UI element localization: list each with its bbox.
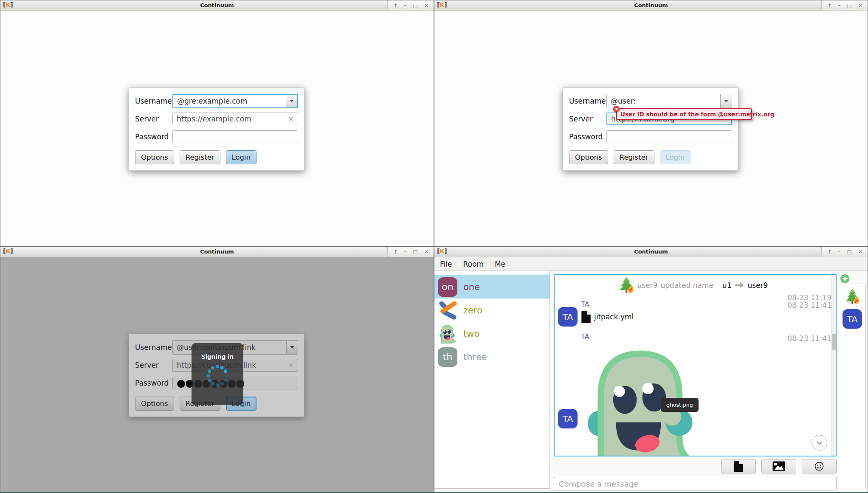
password-input[interactable] [606,130,732,143]
file-icon [581,310,591,323]
close-button[interactable]: ✕ [858,249,862,254]
clear-icon[interactable]: × [288,116,294,122]
minimize-button[interactable]: – [404,249,407,254]
error-icon [613,106,620,112]
chevron-down-icon [290,100,294,102]
username-combobox[interactable]: @user: [606,94,732,108]
minimize-button[interactable]: – [838,249,841,254]
chevron-down-icon [724,100,728,102]
server-input[interactable]: https://example.com × [172,113,298,125]
minimize-button[interactable]: – [404,3,407,8]
window-title: Continuum [0,2,434,8]
smiley-icon [814,461,824,471]
room-avatar: th [438,347,457,367]
image-filename-tooltip: ghost.png [661,398,699,412]
attach-file-button[interactable] [721,459,756,473]
room-list: on one zero two th three [434,271,550,489]
window-title: Continuum [434,2,868,8]
username-label: Username [135,97,172,105]
room-item-two[interactable]: two [434,322,550,345]
shade-button[interactable]: ↑ [828,249,832,254]
password-row: Password [569,130,732,143]
username-row: Username @user: [569,94,732,108]
maximize-button[interactable]: □ [847,249,852,254]
menu-file[interactable]: File [434,257,457,270]
window-controls: ↑ – □ ✕ [821,0,868,11]
desktop: [K] Continuum ↑ – □ ✕ Username @gre:exam… [0,0,868,493]
login-window-content-dimmed: Username @user:continuum.link Server htt… [0,257,434,493]
server-value: https://example.com [177,115,251,123]
menu-me[interactable]: Me [489,257,511,270]
maximize-button[interactable]: □ [413,249,418,254]
room-item-one[interactable]: on one [434,275,550,299]
server-label: Server [135,115,172,123]
close-button[interactable]: ✕ [858,3,862,8]
server-label: Server [135,361,172,369]
window-title: Continuum [434,248,868,255]
name-change-event: user9 updated name u1 user9 [555,276,831,294]
message-avatar: TA [558,307,578,327]
options-button[interactable]: Options [569,150,608,164]
file-message[interactable]: jitpack.yml [581,310,634,323]
username-combobox[interactable]: @gre:example.com [172,94,298,108]
server-label: Server [569,115,606,123]
shade-button[interactable]: ↑ [394,3,398,8]
options-button[interactable]: Options [135,150,174,164]
compose-input[interactable] [559,479,831,488]
message-timestamp: 08-23 11:41 [787,301,831,310]
compose-bar [554,477,837,490]
username-dropdown-button[interactable] [720,94,732,108]
chat-window-content: File Room Me on one zero two th [434,257,868,493]
scroll-to-bottom-button[interactable] [812,435,827,451]
titlebar[interactable]: [K] Continuum ↑ – □ ✕ [434,247,868,257]
room-name: zero [463,305,482,316]
room-name: two [463,329,479,339]
username-value[interactable]: @gre:example.com [173,95,286,107]
window-login-signing-in: [K] Continuum ↑ – □ ✕ Username @user:con… [0,246,434,493]
shade-button[interactable]: ↑ [828,3,832,8]
tree-fire-icon [618,276,634,294]
login-button[interactable]: Login [226,150,257,164]
room-item-three[interactable]: th three [434,345,550,369]
file-name: jitpack.yml [594,313,634,321]
invite-member-button[interactable] [840,274,849,283]
password-input[interactable] [172,130,298,143]
options-button: Options [135,397,174,411]
register-button[interactable]: Register [614,150,654,164]
username-label: Username [569,97,606,105]
message-timeline[interactable]: user9 updated name u1 user9 08-23 11:19 … [554,274,837,456]
close-button[interactable]: ✕ [424,3,428,8]
member-avatar[interactable]: TA [843,309,862,329]
username-value[interactable]: @user: [607,94,720,108]
attach-image-button[interactable] [761,459,796,473]
room-name: three [463,352,487,362]
maximize-button[interactable]: □ [847,3,852,8]
password-row: Password [135,130,298,143]
maximize-button[interactable]: □ [413,3,418,8]
window-chat: [K] Continuum ↑ – □ ✕ File Room Me on on… [434,246,868,493]
event-new-name: user9 [747,281,768,290]
titlebar[interactable]: [K] Continuum ↑ – □ ✕ [0,0,434,11]
username-dropdown-button [286,341,298,354]
tree-fire-icon[interactable] [845,288,860,305]
register-button[interactable]: Register [180,150,220,164]
clear-icon: × [288,362,294,369]
signing-in-label: Signing in [201,353,234,360]
login-button-disabled: Login [660,150,691,164]
menu-room[interactable]: Room [457,257,489,270]
titlebar[interactable]: [K] Continuum ↑ – □ ✕ [434,0,868,11]
error-tooltip: User ID should be of the form @user:matr… [616,108,752,120]
scrollbar-thumb[interactable] [832,334,836,350]
chat-scrollbar[interactable] [831,275,836,456]
close-button[interactable]: ✕ [424,249,428,254]
event-old-name: u1 [722,281,732,290]
button-row: Options Register Login [569,150,732,164]
room-item-zero[interactable]: zero [434,299,550,322]
menu-bar: File Room Me [434,257,868,271]
emoji-button[interactable] [802,459,837,473]
username-dropdown-button[interactable] [286,95,297,107]
titlebar[interactable]: [K] Continuum ↑ – □ ✕ [0,247,434,257]
shade-button[interactable]: ↑ [394,249,398,254]
minimize-button[interactable]: – [838,3,841,8]
event-action: updated name [661,281,713,290]
